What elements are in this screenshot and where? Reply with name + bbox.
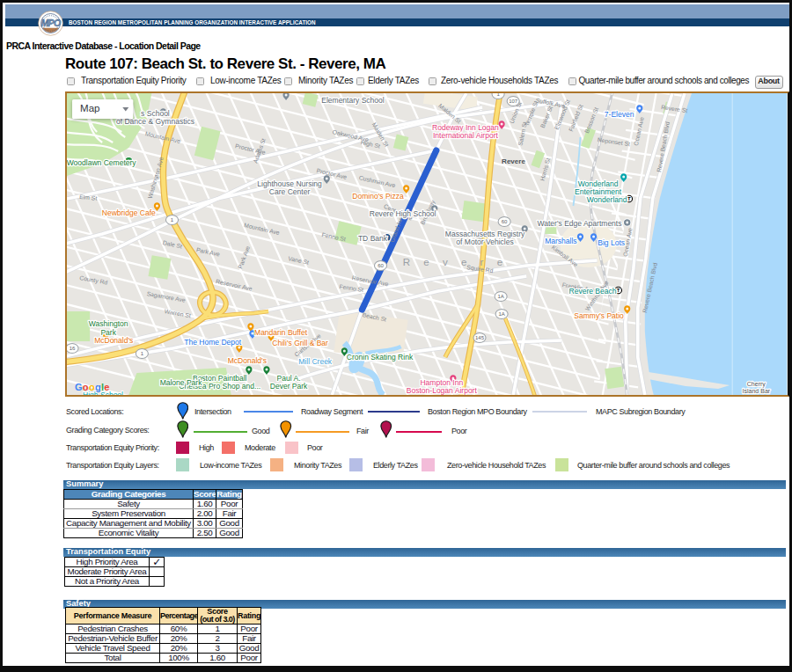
svg-text:Water's Edge Apartments: Water's Edge Apartments [537,219,621,228]
svg-text:Revere Beach: Revere Beach [569,287,617,296]
svg-text:1A: 1A [497,294,503,299]
svg-text:Paul A.: Paul A. [277,374,301,383]
svg-text:Revere: Revere [502,157,525,165]
svg-text:107: 107 [509,99,518,104]
svg-text:16: 16 [70,346,76,351]
svg-text:Dever Park: Dever Park [270,382,308,391]
svg-text:McDonald's: McDonald's [94,336,133,345]
svg-text:The Home Depot: The Home Depot [184,338,242,347]
svg-text:Hampton Inn: Hampton Inn [420,378,463,387]
svg-text:Washington: Washington [89,319,128,328]
svg-text:Cronin Skating Rink: Cronin Skating Rink [347,353,414,362]
svg-text:of Motor Vehicles: of Motor Vehicles [456,237,513,246]
svg-text:T: T [627,196,631,201]
svg-text:Cherry: Cherry [747,381,766,388]
svg-text:Big Lots: Big Lots [598,238,625,247]
svg-text:Newbridge Cafe: Newbridge Cafe [102,208,156,217]
svg-text:Malone Park: Malone Park [160,378,203,387]
svg-text:Map: Map [80,103,99,113]
svg-text:Wonderland: Wonderland [587,195,627,204]
svg-text:Elementary School: Elementary School [321,96,385,105]
svg-text:Massachusetts Registry: Massachusetts Registry [445,230,525,238]
svg-text:Woodlawn Cemetery: Woodlawn Cemetery [67,158,136,167]
svg-text:Revere High School: Revere High School [370,209,436,218]
svg-text:High School: High School [83,391,123,395]
svg-text:Domino's Pizza: Domino's Pizza [352,192,404,201]
svg-text:Wonderland: Wonderland [578,179,619,188]
svg-text:Care Center: Care Center [269,187,311,196]
svg-text:Chili's Grill & Bar: Chili's Grill & Bar [272,339,328,347]
svg-text:145: 145 [475,335,485,340]
svg-text:7-Eleven: 7-Eleven [605,110,634,119]
svg-text:Mandarin Buffet: Mandarin Buffet [254,328,308,337]
svg-text:R e v e r e: R e v e r e [403,257,509,267]
svg-text:Island Bar: Island Bar [743,388,771,394]
svg-text:Park: Park [100,328,116,337]
svg-text:Boston-Logan Airport: Boston-Logan Airport [407,386,478,394]
svg-text:G: G [75,382,83,392]
svg-text:s School: s School [141,109,170,118]
svg-text:MPO: MPO [40,18,61,28]
svg-text:McDonald's: McDonald's [228,356,267,365]
svg-text:60: 60 [502,219,508,224]
svg-text:Mill Creek: Mill Creek [298,357,333,366]
svg-text:Sammy's Patio: Sammy's Patio [574,311,624,320]
svg-text:Rodeway Inn Logan: Rodeway Inn Logan [432,123,499,132]
svg-text:International Airport: International Airport [433,131,499,140]
svg-text:Lighthouse Nursing: Lighthouse Nursing [257,179,322,188]
svg-text:60: 60 [378,263,384,268]
svg-text:TD Bank: TD Bank [358,234,388,243]
svg-text:1A: 1A [498,311,504,317]
svg-text:T: T [617,288,620,293]
svg-text:Marshalls: Marshalls [545,237,576,245]
svg-text:of Dance & Gymnastics: of Dance & Gymnastics [116,117,194,126]
